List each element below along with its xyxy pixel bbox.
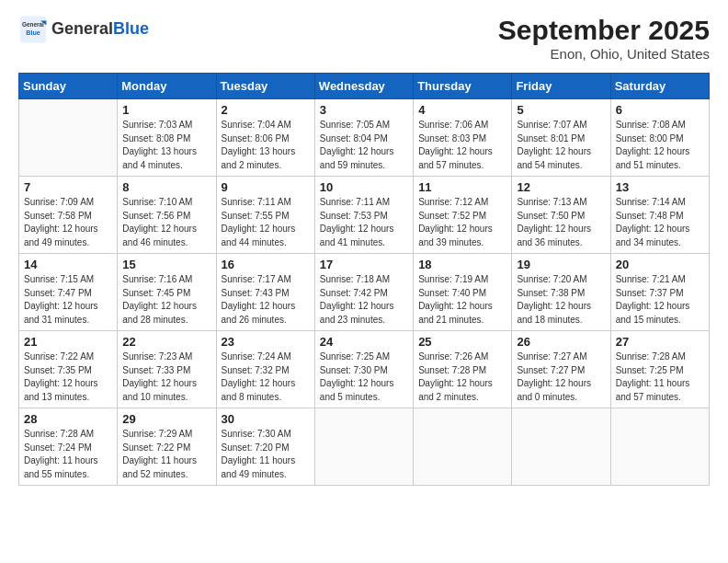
- day-number: 22: [122, 335, 210, 349]
- day-number: 20: [616, 258, 704, 271]
- calendar-cell: 20Sunrise: 7:21 AM Sunset: 7:37 PM Dayli…: [610, 254, 709, 331]
- day-info: Sunrise: 7:27 AM Sunset: 7:27 PM Dayligh…: [517, 350, 605, 404]
- calendar-week-5: 28Sunrise: 7:28 AM Sunset: 7:24 PM Dayli…: [19, 408, 710, 486]
- day-header-monday: Monday: [118, 74, 216, 99]
- month-year-title: September 2025: [498, 15, 710, 46]
- day-info: Sunrise: 7:16 AM Sunset: 7:45 PM Dayligh…: [122, 273, 210, 327]
- calendar-cell: 19Sunrise: 7:20 AM Sunset: 7:38 PM Dayli…: [512, 254, 610, 331]
- day-number: 9: [222, 180, 310, 194]
- calendar-cell: 2Sunrise: 7:04 AM Sunset: 8:06 PM Daylig…: [216, 99, 314, 177]
- calendar-cell: 25Sunrise: 7:26 AM Sunset: 7:28 PM Dayli…: [414, 331, 512, 408]
- day-info: Sunrise: 7:12 AM Sunset: 7:52 PM Dayligh…: [418, 196, 506, 249]
- day-number: 14: [24, 258, 112, 271]
- location-subtitle: Enon, Ohio, United States: [498, 46, 710, 62]
- calendar-table: SundayMondayTuesdayWednesdayThursdayFrid…: [18, 73, 710, 486]
- day-info: Sunrise: 7:30 AM Sunset: 7:20 PM Dayligh…: [222, 428, 310, 481]
- logo: General Blue GeneralBlue: [18, 15, 149, 44]
- day-number: 19: [517, 258, 605, 271]
- calendar-cell: 14Sunrise: 7:15 AM Sunset: 7:47 PM Dayli…: [19, 254, 118, 331]
- calendar-cell: 7Sunrise: 7:09 AM Sunset: 7:58 PM Daylig…: [19, 177, 118, 254]
- day-number: 10: [320, 180, 408, 194]
- calendar-cell: 4Sunrise: 7:06 AM Sunset: 8:03 PM Daylig…: [414, 99, 512, 177]
- day-info: Sunrise: 7:03 AM Sunset: 8:08 PM Dayligh…: [122, 119, 210, 172]
- logo-general-text: General: [51, 19, 113, 38]
- day-number: 6: [616, 103, 704, 117]
- calendar-cell: 26Sunrise: 7:27 AM Sunset: 7:27 PM Dayli…: [512, 331, 610, 408]
- calendar-cell: [512, 408, 610, 486]
- calendar-cell: 18Sunrise: 7:19 AM Sunset: 7:40 PM Dayli…: [414, 254, 512, 331]
- day-number: 16: [222, 258, 310, 271]
- day-info: Sunrise: 7:07 AM Sunset: 8:01 PM Dayligh…: [517, 119, 605, 172]
- calendar-cell: 17Sunrise: 7:18 AM Sunset: 7:42 PM Dayli…: [314, 254, 413, 331]
- day-number: 13: [616, 180, 704, 194]
- day-number: 30: [222, 412, 310, 426]
- day-info: Sunrise: 7:28 AM Sunset: 7:24 PM Dayligh…: [24, 428, 112, 481]
- calendar-cell: 6Sunrise: 7:08 AM Sunset: 8:00 PM Daylig…: [610, 99, 709, 177]
- day-info: Sunrise: 7:04 AM Sunset: 8:06 PM Dayligh…: [222, 119, 310, 172]
- day-info: Sunrise: 7:20 AM Sunset: 7:38 PM Dayligh…: [517, 273, 605, 327]
- day-info: Sunrise: 7:09 AM Sunset: 7:58 PM Dayligh…: [24, 196, 112, 249]
- day-number: 11: [418, 180, 506, 194]
- day-number: 12: [517, 180, 605, 194]
- day-number: 3: [320, 103, 408, 117]
- day-info: Sunrise: 7:14 AM Sunset: 7:48 PM Dayligh…: [616, 196, 704, 249]
- svg-text:Blue: Blue: [26, 29, 40, 37]
- day-info: Sunrise: 7:19 AM Sunset: 7:40 PM Dayligh…: [418, 273, 506, 327]
- day-number: 24: [320, 335, 408, 349]
- day-number: 7: [24, 180, 112, 194]
- day-number: 28: [24, 412, 112, 426]
- day-number: 5: [517, 103, 605, 117]
- day-info: Sunrise: 7:24 AM Sunset: 7:32 PM Dayligh…: [222, 350, 310, 404]
- day-info: Sunrise: 7:06 AM Sunset: 8:03 PM Dayligh…: [418, 119, 506, 172]
- calendar-week-3: 14Sunrise: 7:15 AM Sunset: 7:47 PM Dayli…: [19, 254, 710, 331]
- day-number: 25: [418, 335, 506, 349]
- day-info: Sunrise: 7:11 AM Sunset: 7:55 PM Dayligh…: [222, 196, 310, 249]
- calendar-week-4: 21Sunrise: 7:22 AM Sunset: 7:35 PM Dayli…: [19, 331, 710, 408]
- day-info: Sunrise: 7:29 AM Sunset: 7:22 PM Dayligh…: [122, 428, 210, 481]
- calendar-cell: [414, 408, 512, 486]
- day-number: 23: [222, 335, 310, 349]
- svg-text:General: General: [22, 21, 44, 28]
- day-info: Sunrise: 7:22 AM Sunset: 7:35 PM Dayligh…: [24, 350, 112, 404]
- day-header-thursday: Thursday: [414, 74, 512, 99]
- calendar-cell: 8Sunrise: 7:10 AM Sunset: 7:56 PM Daylig…: [118, 177, 216, 254]
- day-info: Sunrise: 7:11 AM Sunset: 7:53 PM Dayligh…: [320, 196, 408, 249]
- logo-icon: General Blue: [18, 15, 48, 44]
- calendar-cell: 12Sunrise: 7:13 AM Sunset: 7:50 PM Dayli…: [512, 177, 610, 254]
- day-header-friday: Friday: [512, 74, 610, 99]
- day-number: 15: [122, 258, 210, 271]
- calendar-cell: 13Sunrise: 7:14 AM Sunset: 7:48 PM Dayli…: [610, 177, 709, 254]
- calendar-cell: 30Sunrise: 7:30 AM Sunset: 7:20 PM Dayli…: [216, 408, 314, 486]
- day-info: Sunrise: 7:10 AM Sunset: 7:56 PM Dayligh…: [122, 196, 210, 249]
- day-info: Sunrise: 7:26 AM Sunset: 7:28 PM Dayligh…: [418, 350, 506, 404]
- day-info: Sunrise: 7:05 AM Sunset: 8:04 PM Dayligh…: [320, 119, 408, 172]
- calendar-cell: 5Sunrise: 7:07 AM Sunset: 8:01 PM Daylig…: [512, 99, 610, 177]
- day-info: Sunrise: 7:08 AM Sunset: 8:00 PM Dayligh…: [616, 119, 704, 172]
- day-number: 2: [222, 103, 310, 117]
- page-header: General Blue GeneralBlue September 2025 …: [18, 15, 710, 62]
- calendar-cell: 24Sunrise: 7:25 AM Sunset: 7:30 PM Dayli…: [314, 331, 413, 408]
- day-info: Sunrise: 7:23 AM Sunset: 7:33 PM Dayligh…: [122, 350, 210, 404]
- day-info: Sunrise: 7:25 AM Sunset: 7:30 PM Dayligh…: [320, 350, 408, 404]
- calendar-cell: 28Sunrise: 7:28 AM Sunset: 7:24 PM Dayli…: [19, 408, 118, 486]
- calendar-cell: 9Sunrise: 7:11 AM Sunset: 7:55 PM Daylig…: [216, 177, 314, 254]
- day-info: Sunrise: 7:28 AM Sunset: 7:25 PM Dayligh…: [616, 350, 704, 404]
- logo-blue-text: Blue: [113, 19, 149, 38]
- title-block: September 2025 Enon, Ohio, United States: [498, 15, 710, 62]
- calendar-cell: [610, 408, 709, 486]
- calendar-cell: 3Sunrise: 7:05 AM Sunset: 8:04 PM Daylig…: [314, 99, 413, 177]
- day-info: Sunrise: 7:21 AM Sunset: 7:37 PM Dayligh…: [616, 273, 704, 327]
- calendar-week-2: 7Sunrise: 7:09 AM Sunset: 7:58 PM Daylig…: [19, 177, 710, 254]
- calendar-cell: 10Sunrise: 7:11 AM Sunset: 7:53 PM Dayli…: [314, 177, 413, 254]
- day-number: 27: [616, 335, 704, 349]
- day-header-sunday: Sunday: [19, 74, 118, 99]
- day-number: 26: [517, 335, 605, 349]
- day-header-saturday: Saturday: [610, 74, 709, 99]
- day-number: 4: [418, 103, 506, 117]
- day-number: 17: [320, 258, 408, 271]
- day-header-tuesday: Tuesday: [216, 74, 314, 99]
- calendar-cell: 1Sunrise: 7:03 AM Sunset: 8:08 PM Daylig…: [118, 99, 216, 177]
- day-number: 1: [122, 103, 210, 117]
- calendar-cell: 11Sunrise: 7:12 AM Sunset: 7:52 PM Dayli…: [414, 177, 512, 254]
- calendar-cell: [19, 99, 118, 177]
